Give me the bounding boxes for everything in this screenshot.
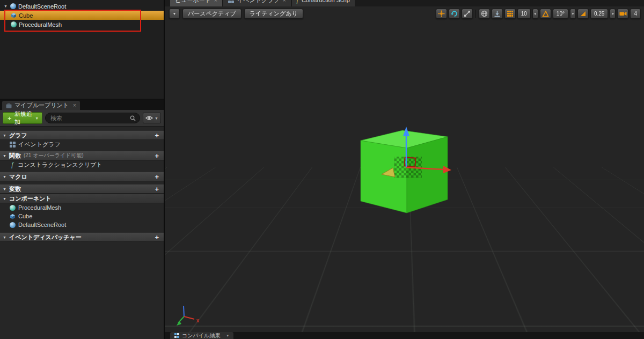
- procedural-mesh-icon: [10, 205, 16, 211]
- lit-label: ライティングあり: [250, 10, 298, 18]
- section-label: イベントディスパッチャー: [9, 233, 82, 241]
- row-procedural-mesh[interactable]: ProceduralMesh: [0, 203, 164, 212]
- row-label: イベントグラフ: [18, 141, 61, 149]
- tab-event-graph[interactable]: イベントグラフ ×: [223, 0, 291, 6]
- tab-label: マイブループリント: [14, 101, 69, 109]
- section-variables[interactable]: ▼ 変数 +: [0, 184, 164, 194]
- grid-snap-value: 10: [521, 11, 527, 17]
- add-function-button[interactable]: +: [152, 152, 161, 159]
- grid-snap-value-button[interactable]: 10: [517, 9, 531, 19]
- chevron-down-icon[interactable]: ▼: [226, 334, 229, 337]
- rotate-tool-button[interactable]: [449, 9, 460, 19]
- scale-tool-button[interactable]: [462, 9, 473, 19]
- axis-indicator: x: [177, 306, 200, 326]
- add-new-button[interactable]: ＋ 新規追加 ▼: [3, 112, 42, 124]
- camera-icon: [619, 11, 627, 17]
- camera-speed-button[interactable]: [617, 9, 628, 19]
- translate-tool-button[interactable]: [436, 9, 447, 19]
- view-mode-lit-button[interactable]: ライティングあり: [244, 9, 303, 19]
- expander-icon[interactable]: ▼: [3, 4, 8, 8]
- surface-snap-button[interactable]: [492, 9, 503, 19]
- row-label: Cube: [18, 213, 32, 219]
- row-default-scene-root[interactable]: DefaultSceneRoot: [0, 220, 164, 229]
- rotation-snap-value: 10°: [557, 11, 565, 17]
- my-blueprint-tabbar: マイブループリント ×: [0, 100, 164, 110]
- section-functions[interactable]: ▼ 関数 (21 オーバーライド可能) +: [0, 151, 164, 160]
- close-icon[interactable]: ×: [73, 102, 76, 108]
- tree-item-label: Cube: [19, 12, 33, 19]
- perspective-label: パースペクティブ: [188, 10, 236, 18]
- search-input[interactable]: [49, 114, 128, 122]
- tab-label: Construction Scrip: [302, 0, 350, 3]
- rotation-snap-value-button[interactable]: 10°: [553, 9, 568, 19]
- camera-speed-value-button[interactable]: 4: [630, 9, 641, 19]
- scene-root-icon: [10, 3, 16, 9]
- add-event-dispatcher-button[interactable]: +: [152, 234, 161, 241]
- row-cube[interactable]: Cube: [0, 212, 164, 220]
- rotation-snap-toggle-button[interactable]: [540, 9, 551, 19]
- search-icon: [130, 115, 136, 121]
- expander-icon[interactable]: ▼: [3, 175, 6, 179]
- section-macros[interactable]: ▼ マクロ +: [0, 172, 164, 181]
- row-label: コンストラクションスクリプト: [18, 161, 103, 169]
- tab-construction-script[interactable]: f Construction Scrip: [292, 0, 355, 6]
- category-components[interactable]: ▼ コンポーネント: [0, 194, 164, 203]
- components-tree-panel: ▼ DefaultSceneRoot Cube ProceduralMesh: [0, 0, 164, 100]
- expander-icon[interactable]: ▼: [3, 187, 6, 191]
- expander-icon[interactable]: ▼: [3, 134, 6, 137]
- world-local-toggle-button[interactable]: [479, 9, 490, 19]
- event-graph-icon: [228, 0, 234, 3]
- section-graphs[interactable]: ▼ グラフ +: [0, 130, 164, 140]
- scale-snap-value: 0.25: [594, 11, 604, 17]
- tab-label: コンパイル結果: [182, 332, 220, 339]
- bottom-dock-bar: コンパイル結果 ▼: [165, 332, 644, 339]
- row-event-graph[interactable]: イベントグラフ: [0, 140, 164, 149]
- tree-row-cube[interactable]: Cube: [0, 11, 164, 20]
- perspective-button[interactable]: パースペクティブ: [182, 9, 241, 19]
- close-icon[interactable]: ×: [214, 0, 217, 3]
- globe-icon: [481, 10, 488, 17]
- chevron-down-icon: ▼: [155, 116, 158, 120]
- tree-row-default-scene-root[interactable]: ▼ DefaultSceneRoot: [0, 2, 164, 11]
- grid-snap-icon: [507, 10, 514, 17]
- functions-override-note: (21 オーバーライド可能): [24, 152, 84, 159]
- my-blueprint-content: ▼ グラフ + イベントグラフ ▼ 関数 (21 オーバーライド可能) +: [0, 127, 164, 339]
- tab-label: イベントグラフ: [237, 0, 280, 4]
- grid-snap-dropdown[interactable]: ▼: [532, 9, 538, 19]
- scale-snap-value-button[interactable]: 0.25: [590, 9, 608, 19]
- scale-snap-toggle-button[interactable]: [577, 9, 589, 19]
- tree-row-procedural-mesh[interactable]: ProceduralMesh: [0, 20, 164, 29]
- expander-icon[interactable]: ▼: [3, 235, 6, 239]
- plus-icon: ＋: [6, 114, 12, 122]
- add-macro-button[interactable]: +: [152, 173, 161, 180]
- briefcase-icon: [6, 103, 12, 108]
- eye-icon: [145, 115, 153, 121]
- grid-snap-toggle-button[interactable]: [504, 9, 516, 19]
- viewport-scene: x: [165, 6, 644, 332]
- rotate-icon: [451, 10, 458, 17]
- camera-speed-value: 4: [634, 11, 637, 17]
- toolbar-separator: [475, 10, 476, 18]
- tab-compile-results[interactable]: コンパイル結果 ▼: [170, 332, 233, 339]
- tree-item-label: DefaultSceneRoot: [18, 3, 66, 10]
- section-event-dispatchers[interactable]: ▼ イベントディスパッチャー +: [0, 232, 164, 242]
- viewport-3d[interactable]: x ▼ パースペクティブ ライティングあり: [165, 6, 644, 332]
- close-icon[interactable]: ×: [283, 0, 286, 3]
- add-new-label: 新規追加: [14, 110, 33, 126]
- scale-snap-dropdown[interactable]: ▼: [610, 9, 616, 19]
- tab-my-blueprint[interactable]: マイブループリント ×: [2, 101, 80, 110]
- visibility-filter-button[interactable]: ▼: [143, 113, 161, 123]
- tab-viewport[interactable]: ビューポート ×: [170, 0, 222, 6]
- rotation-snap-dropdown[interactable]: ▼: [570, 9, 576, 19]
- section-label: グラフ: [9, 131, 27, 139]
- expander-icon[interactable]: ▼: [3, 197, 6, 201]
- add-variable-button[interactable]: +: [152, 186, 161, 193]
- row-construction-script[interactable]: f コンストラクションスクリプト: [0, 160, 164, 169]
- event-graph-icon: [10, 142, 16, 148]
- expander-icon[interactable]: ▼: [3, 154, 6, 158]
- search-box: [45, 113, 140, 123]
- viewport-options-button[interactable]: ▼: [169, 9, 180, 19]
- category-label: コンポーネント: [9, 195, 52, 203]
- add-graph-button[interactable]: +: [152, 132, 161, 139]
- tree-item-label: ProceduralMesh: [19, 21, 62, 28]
